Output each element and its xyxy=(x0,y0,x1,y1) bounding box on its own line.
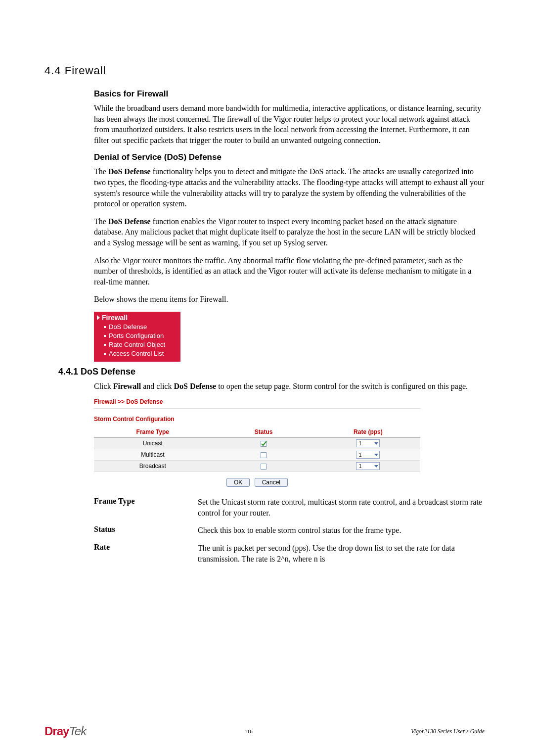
col-rate: Rate (pps) xyxy=(316,426,420,438)
text: The xyxy=(94,217,108,226)
chevron-right-icon xyxy=(97,315,100,320)
bullet-icon xyxy=(104,344,106,346)
frame-type-cell: Broadcast xyxy=(94,461,212,472)
bold-text: DoS Defense xyxy=(108,167,151,176)
param-desc: The unit is packet per second (pps). Use… xyxy=(198,543,485,564)
frame-type-cell: Multicast xyxy=(94,449,212,461)
param-label: Frame Type xyxy=(94,497,198,518)
param-label: Rate xyxy=(94,543,198,564)
dos-paragraph-2: The DoS Defense function enables the Vig… xyxy=(94,216,485,248)
dos-paragraph-3: Also the Vigor router monitors the traff… xyxy=(94,255,485,287)
page-footer: DrayTek 116 Vigor2130 Series User's Guid… xyxy=(0,724,534,738)
firewall-menu-header[interactable]: Firewall xyxy=(97,314,178,322)
param-row: Status Check this box to enable storm co… xyxy=(94,525,485,536)
storm-control-title: Storm Control Configuration xyxy=(94,416,420,423)
frame-type-cell: Unicast xyxy=(94,438,212,449)
menu-item-label: Rate Control Object xyxy=(109,340,165,349)
menu-item-ports-config[interactable]: Ports Configuration xyxy=(97,331,178,340)
param-desc: Set the Unicast storm rate control, mult… xyxy=(198,497,485,518)
rate-select[interactable]: 1 xyxy=(356,462,380,470)
divider xyxy=(94,408,420,409)
col-frame-type: Frame Type xyxy=(94,426,212,438)
dos-heading: Denial of Service (DoS) Defense xyxy=(94,152,485,162)
firewall-menu: Firewall DoS Defense Ports Configuration… xyxy=(94,312,180,362)
menu-item-dos-defense[interactable]: DoS Defense xyxy=(97,323,178,331)
text: and click xyxy=(141,382,174,390)
param-row: Rate The unit is packet per second (pps)… xyxy=(94,543,485,564)
table-row: Multicast 1 xyxy=(94,449,420,461)
chevron-down-icon xyxy=(374,442,378,445)
ok-button[interactable]: OK xyxy=(226,478,250,487)
text: functionality helps you to detect and mi… xyxy=(94,167,484,208)
bold-text: DoS Defense xyxy=(108,217,151,226)
param-desc: Check this box to enable storm control s… xyxy=(198,525,485,536)
menu-item-acl[interactable]: Access Control List xyxy=(97,349,178,358)
text: function enables the Vigor router to ins… xyxy=(94,217,475,247)
firewall-menu-label: Firewall xyxy=(102,314,128,322)
cancel-button[interactable]: Cancel xyxy=(255,478,288,487)
rate-value: 1 xyxy=(357,463,361,469)
bold-text: DoS Defense xyxy=(174,382,216,390)
rate-select[interactable]: 1 xyxy=(356,451,380,459)
table-row: Broadcast 1 xyxy=(94,461,420,472)
chevron-down-icon xyxy=(374,465,378,468)
dos-paragraph-4: Below shows the menu items for Firewall. xyxy=(94,294,485,305)
rate-select[interactable]: 1 xyxy=(356,439,380,447)
menu-item-label: Ports Configuration xyxy=(109,331,164,340)
menu-item-rate-control[interactable]: Rate Control Object xyxy=(97,340,178,349)
subsection-heading: 4.4.1 DoS Defense xyxy=(58,367,485,377)
param-row: Frame Type Set the Unicast storm rate co… xyxy=(94,497,485,518)
breadcrumb: Firewall >> DoS Defense xyxy=(94,398,420,405)
text: to open the setup page. Storm control fo… xyxy=(216,382,468,390)
rate-value: 1 xyxy=(357,452,361,458)
status-checkbox[interactable] xyxy=(261,464,267,470)
menu-item-label: DoS Defense xyxy=(109,323,147,331)
chevron-down-icon xyxy=(374,454,378,456)
storm-control-table: Frame Type Status Rate (pps) Unicast xyxy=(94,426,420,472)
brand-logo: DrayTek xyxy=(44,724,86,738)
text: The xyxy=(94,167,108,176)
dos-paragraph-1: The DoS Defense functionality helps you … xyxy=(94,166,485,209)
dos-config-panel: Firewall >> DoS Defense Storm Control Co… xyxy=(94,398,420,487)
bullet-icon xyxy=(104,335,106,337)
table-row: Unicast 1 xyxy=(94,438,420,449)
subsection-intro: Click Firewall and click DoS Defense to … xyxy=(94,381,485,392)
col-status: Status xyxy=(212,426,316,438)
menu-item-label: Access Control List xyxy=(109,349,164,358)
status-checkbox[interactable] xyxy=(261,441,267,447)
section-heading: 4.4 Firewall xyxy=(44,64,485,77)
text: Click xyxy=(94,382,113,390)
brand-part1: Dray xyxy=(44,724,69,738)
page-number: 116 xyxy=(245,728,253,734)
status-checkbox[interactable] xyxy=(261,452,267,458)
bullet-icon xyxy=(104,326,106,328)
rate-value: 1 xyxy=(357,440,361,446)
bullet-icon xyxy=(104,353,106,355)
basics-paragraph: While the broadband users demand more ba… xyxy=(94,103,485,145)
basics-heading: Basics for Firewall xyxy=(94,89,485,99)
brand-part2: Tek xyxy=(69,724,86,738)
guide-title: Vigor2130 Series User's Guide xyxy=(411,728,485,735)
bold-text: Firewall xyxy=(113,382,141,390)
param-label: Status xyxy=(94,525,198,536)
